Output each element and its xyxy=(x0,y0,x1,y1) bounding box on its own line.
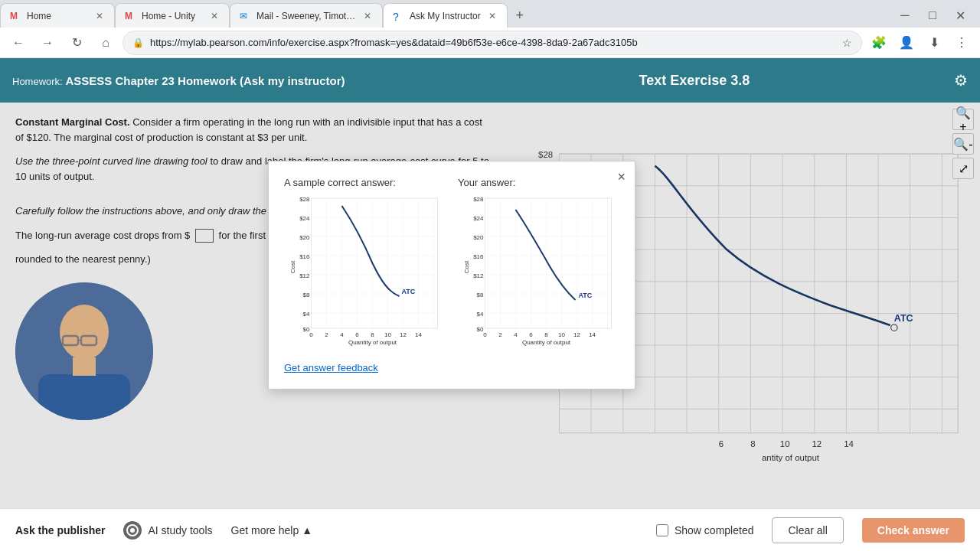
tab-home-close[interactable]: ✕ xyxy=(94,9,105,23)
tab-unity-favicon: M xyxy=(125,11,136,21)
your-answer-svg: $28 $24 $20 $16 $12 $8 $4 $0 0 2 4 6 8 xyxy=(458,194,619,347)
tab-bar: M Home ✕ M Home - Unity ✕ ✉ Mail - Sween… xyxy=(0,0,980,28)
tab-home-favicon: M xyxy=(10,11,21,21)
browser-actions: ─ □ ✕ xyxy=(885,3,980,28)
svg-text:$8: $8 xyxy=(477,292,484,298)
svg-point-124 xyxy=(130,528,135,533)
show-completed-checkbox[interactable] xyxy=(656,524,668,536)
header-center: Text Exercise 3.8 xyxy=(467,73,922,89)
svg-text:$28: $28 xyxy=(299,196,310,203)
address-bar[interactable]: 🔒 ☆ xyxy=(122,31,862,55)
nav-right-controls: 🧩 👤 ⬇ ⋮ xyxy=(867,31,974,55)
show-completed-label[interactable]: Show completed xyxy=(675,524,754,536)
ai-tools-button[interactable]: AI study tools xyxy=(123,521,212,540)
svg-text:$4: $4 xyxy=(477,311,484,318)
svg-text:14: 14 xyxy=(415,331,422,338)
svg-text:$20: $20 xyxy=(299,234,310,241)
svg-text:12: 12 xyxy=(573,331,580,338)
more-button[interactable]: ⋮ xyxy=(949,31,974,55)
tab-mail-favicon: ✉ xyxy=(240,11,250,21)
svg-text:2: 2 xyxy=(325,331,328,338)
forward-button[interactable]: → xyxy=(35,31,60,55)
settings-gear-button[interactable]: ⚙ xyxy=(954,71,968,90)
tab-unity-close[interactable]: ✕ xyxy=(209,9,220,23)
svg-text:Quantity of output: Quantity of output xyxy=(348,339,397,346)
tab-ask-instructor[interactable]: ? Ask My Instructor ✕ xyxy=(383,3,508,28)
homework-label: Homework: ASSESS Chapter 23 Homework (As… xyxy=(12,74,467,87)
maximize-button[interactable]: □ xyxy=(922,5,943,26)
svg-text:$20: $20 xyxy=(473,234,484,241)
extensions-button[interactable]: 🧩 xyxy=(867,31,891,55)
modal-close-button[interactable]: × xyxy=(617,169,626,185)
modal-graphs-container: A sample correct answer: xyxy=(284,177,619,350)
minimize-button[interactable]: ─ xyxy=(894,5,916,26)
tab-ask-title: Ask My Instructor xyxy=(410,11,481,21)
svg-text:0: 0 xyxy=(483,331,487,338)
sample-answer-title: A sample correct answer: xyxy=(284,177,446,188)
feedback-link[interactable]: Get answer feedback xyxy=(284,362,378,373)
clear-all-button[interactable]: Clear all xyxy=(772,517,843,543)
svg-text:Cost: Cost xyxy=(463,260,470,273)
tab-ask-close[interactable]: ✕ xyxy=(487,9,498,23)
svg-text:$12: $12 xyxy=(473,272,484,279)
answer-comparison-modal: × A sample correct answer: xyxy=(268,161,635,390)
svg-text:6: 6 xyxy=(355,331,359,338)
svg-text:2: 2 xyxy=(498,331,502,338)
svg-text:$12: $12 xyxy=(299,272,310,279)
main-content: Constant Marginal Cost. Consider a firm … xyxy=(0,103,980,508)
app-header: Homework: ASSESS Chapter 23 Homework (As… xyxy=(0,58,980,103)
svg-text:0: 0 xyxy=(309,331,313,338)
svg-text:12: 12 xyxy=(400,331,407,338)
downloads-button[interactable]: ⬇ xyxy=(922,31,946,55)
nav-bar: ← → ↻ ⌂ 🔒 ☆ 🧩 👤 ⬇ ⋮ xyxy=(0,28,980,58)
svg-text:8: 8 xyxy=(371,331,374,338)
profile-button[interactable]: 👤 xyxy=(894,31,919,55)
new-tab-button[interactable]: + xyxy=(508,3,532,28)
chevron-up-icon: ▲ xyxy=(302,524,312,536)
svg-text:ATC: ATC xyxy=(579,292,593,299)
ai-tools-label: AI study tools xyxy=(148,524,212,536)
your-answer-graph: Your answer: xyxy=(458,177,619,350)
close-window-button[interactable]: ✕ xyxy=(949,5,971,26)
sample-answer-svg: $28 $24 $20 $16 $12 $8 $4 $0 0 2 4 6 8 xyxy=(284,194,446,347)
header-right: ⚙ xyxy=(922,71,968,90)
tab-home-title: Home xyxy=(27,11,88,21)
tab-home[interactable]: M Home ✕ xyxy=(0,3,115,28)
svg-text:6: 6 xyxy=(529,331,533,338)
header-left: Homework: ASSESS Chapter 23 Homework (As… xyxy=(12,74,467,87)
back-button[interactable]: ← xyxy=(6,31,31,55)
your-answer-title: Your answer: xyxy=(458,177,619,188)
svg-text:$28: $28 xyxy=(473,196,484,203)
svg-text:Quantity of output: Quantity of output xyxy=(522,339,571,346)
svg-text:4: 4 xyxy=(340,331,344,338)
tab-unity-title: Home - Unity xyxy=(142,11,203,21)
svg-text:4: 4 xyxy=(514,331,518,338)
get-more-help-button[interactable]: Get more help ▲ xyxy=(231,524,313,536)
svg-text:ATC: ATC xyxy=(402,288,416,295)
svg-text:$4: $4 xyxy=(303,311,310,318)
reload-button[interactable]: ↻ xyxy=(64,31,89,55)
svg-text:$16: $16 xyxy=(299,253,310,260)
ai-tools-icon xyxy=(123,521,142,540)
sample-answer-graph: A sample correct answer: xyxy=(284,177,446,350)
svg-text:$16: $16 xyxy=(473,253,484,260)
home-nav-button[interactable]: ⌂ xyxy=(93,31,118,55)
tab-mail[interactable]: ✉ Mail - Sweeney, Timothy - Outl... ✕ xyxy=(230,3,383,28)
svg-text:Cost: Cost xyxy=(289,260,296,273)
svg-text:$8: $8 xyxy=(303,292,310,298)
homework-prefix: Homework: xyxy=(12,76,63,87)
tab-unity[interactable]: M Home - Unity ✕ xyxy=(115,3,230,28)
svg-text:14: 14 xyxy=(589,331,596,338)
show-completed-container: Show completed xyxy=(656,524,754,536)
bookmark-star-icon[interactable]: ☆ xyxy=(842,37,852,49)
check-answer-button[interactable]: Check answer xyxy=(862,518,965,543)
get-more-help-label: Get more help xyxy=(231,524,299,536)
tab-ask-favicon: ? xyxy=(393,11,403,21)
homework-title: ASSESS Chapter 23 Homework (Ask my instr… xyxy=(65,74,345,87)
tab-mail-close[interactable]: ✕ xyxy=(362,9,373,23)
svg-text:$24: $24 xyxy=(473,215,484,222)
modal-overlay: × A sample correct answer: xyxy=(0,103,980,508)
url-input[interactable] xyxy=(150,37,836,48)
ask-publisher-link[interactable]: Ask the publisher xyxy=(15,524,105,536)
ssl-lock-icon: 🔒 xyxy=(132,37,144,48)
